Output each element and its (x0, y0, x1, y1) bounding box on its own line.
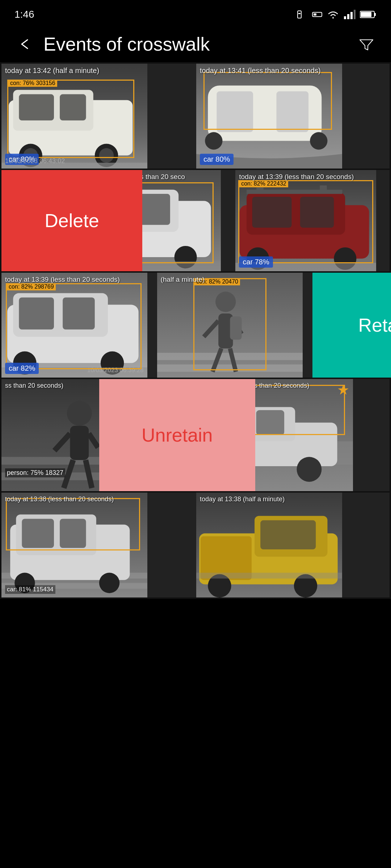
event-label-2: car 80% (200, 154, 234, 165)
svg-rect-9 (374, 13, 376, 16)
svg-rect-1 (298, 13, 300, 14)
delete-label: Delete (45, 210, 99, 231)
events-row-3: con: 82% 298769 today at 13:39 (less tha… (1, 273, 390, 378)
event-item-2[interactable]: today at 13:41 (less than 20 seconds) ca… (196, 64, 342, 169)
event-item-1[interactable]: con: 76% 303156 today at 13:42 (half a m… (1, 64, 147, 169)
svg-rect-10 (361, 12, 371, 17)
event-date-1: 10/03/2023 06:43:02 (5, 157, 144, 165)
svg-point-23 (205, 132, 222, 149)
svg-rect-5 (347, 14, 349, 19)
event-item-unretain[interactable]: Unretain (99, 379, 255, 491)
event-label-5: car 78% (239, 256, 273, 268)
event-timestamp-12: today at 13:38 (less than 20 seconds) (5, 495, 114, 503)
svg-rect-61 (70, 426, 89, 460)
event-timestamp-9: ss than 20 seconds) (5, 382, 63, 390)
status-time: 1:46 (14, 9, 34, 20)
star-icon-11: ★ (337, 382, 349, 398)
event-timestamp-6: today at 13:39 (less than 20 seconds) (5, 276, 120, 284)
retain-action[interactable]: Retain (312, 273, 391, 378)
notification-icon (312, 10, 322, 19)
events-grid: con: 76% 303156 today at 13:42 (half a m… (0, 62, 391, 599)
svg-rect-7 (354, 10, 356, 19)
event-timestamp-1: today at 13:42 (half a minute) (5, 67, 99, 75)
svg-rect-0 (298, 11, 301, 18)
det-label-6: con: 82% 298769 (7, 283, 56, 290)
event-timestamp-5: today at 13:39 (less than 20 seconds) (239, 173, 354, 181)
svg-rect-6 (350, 12, 353, 19)
svg-point-24 (310, 132, 327, 149)
event-item-13[interactable]: today at 13:38 (half a minute) (196, 493, 342, 597)
event-label-6: car 82% (5, 363, 39, 374)
event-item-retain[interactable]: Retain (312, 273, 391, 378)
event-item-12[interactable]: today at 13:38 (less than 20 seconds) ca… (1, 493, 147, 597)
svg-rect-83 (260, 520, 316, 550)
events-row-5: today at 13:38 (less than 20 seconds) ca… (1, 493, 390, 597)
svg-line-62 (54, 434, 70, 451)
events-row-2: Delete con: 82% 227285 today at 13:41 ( (1, 170, 390, 271)
unretain-action[interactable]: Unretain (99, 379, 255, 491)
delete-action[interactable]: Delete (1, 170, 142, 271)
battery-icon (360, 10, 377, 19)
event-timestamp-2: today at 13:41 (less than 20 seconds) (200, 67, 321, 75)
status-bar: 1:46 (0, 0, 391, 26)
svg-point-72 (297, 457, 322, 482)
event-conf-9: person: 75% 18327 (5, 468, 65, 477)
svg-rect-87 (196, 573, 342, 579)
events-row-1: con: 76% 303156 today at 13:42 (half a m… (1, 64, 390, 169)
svg-rect-4 (344, 16, 346, 19)
det-label-5: con: 82% 222432 (239, 180, 288, 187)
filter-button[interactable] (355, 33, 378, 56)
event-item-delete[interactable]: Delete (1, 170, 142, 271)
retain-label: Retain (358, 314, 391, 336)
events-row-4: ★ ss than 20 seconds) person: 75% 18327 … (1, 379, 390, 491)
event-item-6[interactable]: con: 82% 298769 today at 13:39 (less tha… (1, 273, 147, 378)
event-item-5[interactable]: con: 82% 222432 today at 13:39 (less tha… (235, 170, 376, 271)
signal-icon (344, 10, 356, 19)
status-icons (297, 9, 377, 20)
unretain-label: Unretain (142, 424, 213, 446)
wifi-icon (327, 9, 340, 20)
detection-conf-1: con: 76% 303156 (8, 80, 57, 87)
event-timestamp-13: today at 13:38 (half a minute) (200, 495, 285, 503)
svg-rect-3 (314, 13, 316, 16)
back-button[interactable] (13, 33, 36, 56)
event-timestamp-7: (half a minute) (161, 276, 205, 284)
svg-point-80 (99, 573, 119, 593)
event-conf-12: car: 81% 115434 (5, 585, 55, 594)
svg-point-60 (67, 401, 92, 426)
sim-icon (297, 10, 308, 19)
event-item-7[interactable]: con: 82% 20470 (half a minute) (157, 273, 303, 378)
top-bar: Events of crosswalk (0, 26, 391, 62)
svg-line-63 (89, 434, 98, 448)
page-title: Events of crosswalk (36, 33, 355, 55)
